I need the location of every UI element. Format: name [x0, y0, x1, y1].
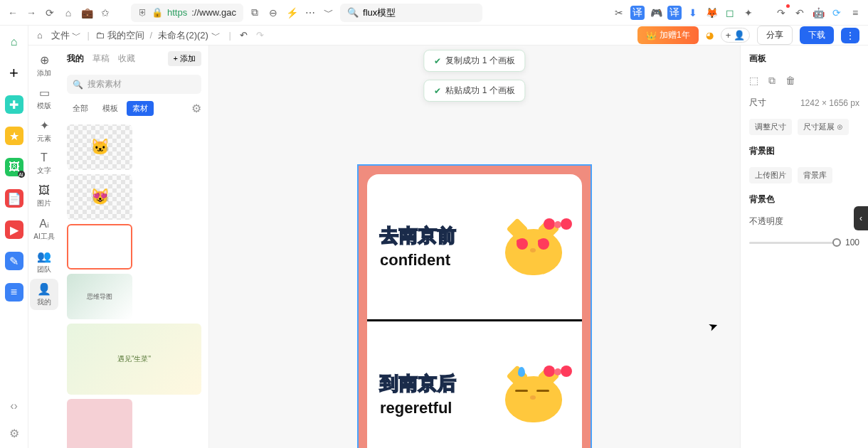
- bgcolor-label: 背景色: [749, 193, 859, 206]
- rail-home-icon[interactable]: ⌂: [5, 33, 23, 51]
- flash-icon[interactable]: ⚡: [285, 6, 299, 20]
- star-icon[interactable]: ✩: [98, 6, 112, 20]
- bottom-en-text[interactable]: regeretful: [380, 399, 457, 417]
- clock-icon[interactable]: ◕: [706, 30, 714, 41]
- rail-app7-icon[interactable]: ≡: [5, 283, 23, 302]
- pocket-icon[interactable]: ◻: [723, 6, 737, 20]
- bg-label: 背景图: [749, 145, 859, 157]
- adjust-size-button[interactable]: 调整尺寸: [749, 119, 792, 135]
- tool-element[interactable]: ✦元素: [30, 115, 58, 146]
- top-cn-text[interactable]: 去南京前: [380, 223, 457, 248]
- opacity-label: 不透明度: [749, 215, 783, 228]
- rail-app4-icon[interactable]: 📄: [5, 189, 23, 208]
- reload-icon[interactable]: ⟳: [43, 6, 57, 20]
- game-icon[interactable]: 🎮: [649, 6, 663, 20]
- url-bar[interactable]: ⛨ 🔒 https ://www.gac: [131, 4, 243, 22]
- artboard[interactable]: 去南京前 confident: [357, 164, 592, 449]
- menu-icon[interactable]: ≡: [848, 6, 862, 20]
- forward-icon[interactable]: →: [24, 6, 38, 20]
- asset-tab-mine[interactable]: 我的: [67, 53, 84, 65]
- tool-template[interactable]: ▭模版: [30, 82, 58, 114]
- undo-icon[interactable]: ↶: [793, 6, 807, 20]
- canvas-area: ✔复制成功 1 个画板 ✔粘贴成功 1 个画板 去南京前 confident: [209, 46, 740, 448]
- share-button[interactable]: 分享: [757, 26, 793, 45]
- chip-template[interactable]: 模板: [97, 101, 124, 116]
- prop-delete-icon[interactable]: 🗑: [785, 75, 795, 87]
- tool-text[interactable]: T文字: [30, 148, 58, 179]
- chip-asset[interactable]: 素材: [127, 101, 154, 116]
- download-icon[interactable]: ⬇: [686, 6, 700, 20]
- doc-name[interactable]: 未命名(2)(2) ﹀: [158, 29, 220, 42]
- asset-search[interactable]: 🔍 搜索素材: [67, 75, 201, 94]
- kitty-sad-icon[interactable]: [505, 366, 569, 422]
- rail-app3-icon[interactable]: 🖼AI: [5, 158, 23, 176]
- kitty-love-icon[interactable]: [505, 218, 569, 275]
- back-icon[interactable]: ←: [6, 6, 20, 20]
- shiba-icon[interactable]: 🦊: [704, 6, 719, 20]
- asset-thumb[interactable]: 😻: [67, 174, 132, 220]
- rail-settings-icon[interactable]: ⚙: [5, 424, 23, 442]
- puzzle-icon[interactable]: ✦: [741, 6, 756, 20]
- toast-paste: ✔粘贴成功 1 个画板: [423, 80, 525, 102]
- copy-url-icon[interactable]: ⧉: [248, 6, 262, 20]
- tool-add[interactable]: ⊕添加: [30, 50, 58, 81]
- chip-all[interactable]: 全部: [67, 101, 94, 116]
- extend-size-button[interactable]: 尺寸延展 ⊙: [798, 119, 849, 135]
- size-value: 1242 × 1656 px: [800, 98, 859, 108]
- asset-thumb[interactable]: [67, 224, 132, 270]
- rail-app1-icon[interactable]: ✚: [5, 95, 23, 114]
- browser-search[interactable]: 🔍 flux模型: [340, 4, 482, 22]
- opacity-slider[interactable]: [749, 242, 841, 244]
- rail-plus-icon[interactable]: +: [5, 64, 23, 82]
- ai-icon[interactable]: 🤖: [811, 6, 825, 20]
- chevron-down-icon[interactable]: ﹀: [322, 6, 336, 20]
- translate2-icon[interactable]: 译: [667, 6, 682, 20]
- rail-app5-icon[interactable]: ▶: [5, 220, 23, 239]
- rail-app6-icon[interactable]: ✎: [5, 252, 23, 270]
- upload-bg-button[interactable]: 上传图片: [749, 167, 792, 183]
- tool-image[interactable]: 🖼图片: [30, 181, 58, 212]
- undo-button[interactable]: ↶: [240, 30, 248, 41]
- more-button[interactable]: ⋮: [841, 28, 859, 43]
- upgrade-button[interactable]: 👑 加赠1年: [637, 26, 699, 44]
- asset-tab-draft[interactable]: 草稿: [92, 53, 110, 65]
- redo-button[interactable]: ↷: [256, 30, 264, 41]
- prop-copy-icon[interactable]: ⧉: [768, 75, 776, 87]
- file-menu[interactable]: 文件 ﹀: [51, 29, 82, 42]
- tool-mine[interactable]: 👤我的: [30, 279, 58, 310]
- add-collaborator-button[interactable]: + 👤: [721, 28, 750, 43]
- asset-thumb[interactable]: 🐱: [67, 124, 132, 170]
- canvas[interactable]: ✔复制成功 1 个画板 ✔粘贴成功 1 个画板 去南京前 confident: [209, 46, 740, 448]
- zoom-out-icon[interactable]: ⊖: [266, 6, 280, 20]
- properties-panel: 画板 ⬚ ⧉ 🗑 尺寸 1242 × 1656 px 调整尺寸 尺寸延展 ⊙ 背…: [740, 46, 868, 448]
- tool-ai[interactable]: AᵢAI工具: [30, 213, 58, 245]
- bottom-cn-text[interactable]: 到南京后: [380, 371, 457, 396]
- cloud-icon[interactable]: ⟳: [830, 6, 844, 20]
- size-label: 尺寸: [749, 97, 766, 109]
- asset-tab-fav[interactable]: 收藏: [118, 53, 135, 65]
- top-en-text[interactable]: confident: [380, 251, 457, 270]
- rail-app2-icon[interactable]: ★: [5, 127, 23, 145]
- edge-collapse-tab[interactable]: ‹: [854, 206, 868, 230]
- home-crumb-icon[interactable]: ⌂: [37, 30, 43, 41]
- redo-dot-icon[interactable]: ↷: [774, 6, 788, 20]
- prop-align-icon[interactable]: ⬚: [749, 75, 758, 87]
- asset-thumb[interactable]: 思维导图: [67, 274, 132, 319]
- asset-add-button[interactable]: + 添加: [168, 51, 201, 66]
- translate-icon[interactable]: 译: [630, 6, 645, 20]
- search-icon: 🔍: [347, 7, 359, 18]
- workspace-crumb[interactable]: 🗀 我的空间: [95, 29, 144, 42]
- tool-team[interactable]: 👥团队: [30, 246, 58, 277]
- download-button[interactable]: 下载: [800, 26, 834, 44]
- more-icon[interactable]: ⋯: [303, 6, 317, 20]
- bg-library-button[interactable]: 背景库: [798, 167, 832, 183]
- home-icon[interactable]: ⌂: [61, 6, 75, 20]
- asset-thumb[interactable]: WEBP: [67, 399, 132, 448]
- scissors-icon[interactable]: ✂: [612, 6, 626, 20]
- briefcase-icon[interactable]: 💼: [80, 6, 94, 20]
- rail-nav-icon[interactable]: ‹›: [5, 397, 23, 415]
- asset-thumb[interactable]: 遇见"生菜": [67, 324, 201, 395]
- filter-icon[interactable]: ⚙: [191, 102, 201, 115]
- artboard-top-half: 去南京前 confident: [367, 174, 582, 320]
- search-value: flux模型: [363, 6, 396, 19]
